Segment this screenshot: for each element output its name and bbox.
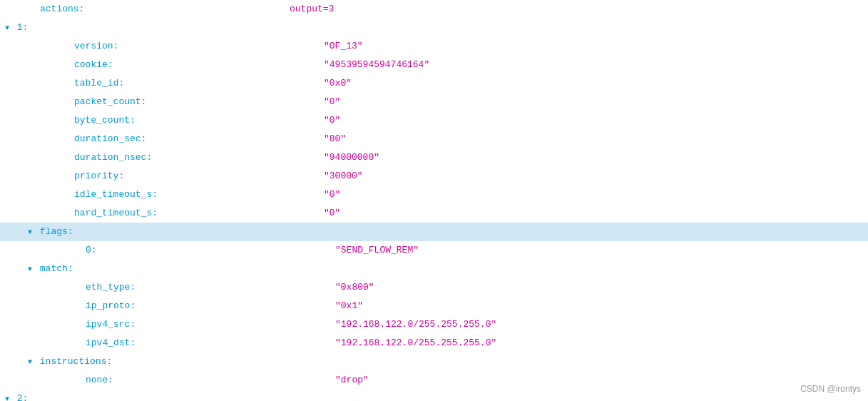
row-value: "80": [324, 131, 346, 147]
row-key: eth_type:: [86, 280, 328, 295]
tree-row: ▼ match:: [0, 260, 868, 278]
toggle-icon[interactable]: ▼: [26, 226, 34, 238]
row-value: "0": [324, 205, 340, 221]
tree-row: none:"drop": [0, 371, 868, 390]
row-key: ipv4_dst:: [86, 335, 328, 351]
row-key: duration_nsec:: [74, 150, 317, 166]
row-value: "94000000": [324, 150, 379, 166]
row-value: "OF_13": [324, 39, 363, 54]
tree-row: duration_sec:"80": [0, 130, 868, 148]
row-value: "0": [324, 187, 340, 203]
toggle-icon[interactable]: ▼: [3, 393, 11, 402]
tree-row: ip_proto:"0x1": [0, 297, 868, 315]
tree-row: ipv4_dst:"192.168.122.0/255.255.255.0": [0, 334, 868, 352]
row-key: table_id:: [74, 76, 317, 91]
tree-row: ipv4_src:"192.168.122.0/255.255.255.0": [0, 315, 868, 334]
tree-row: ▼ 1:: [0, 19, 868, 37]
row-value: "0": [324, 113, 340, 128]
row-value: "drop": [335, 372, 369, 388]
tree-row: priority:"30000": [0, 167, 868, 186]
tree-row: hard_timeout_s:"0": [0, 204, 868, 223]
tree-row: ▼ flags:: [0, 223, 868, 241]
row-value: "192.168.122.0/255.255.255.0": [335, 335, 496, 351]
toggle-icon[interactable]: ▼: [26, 263, 34, 275]
row-key: instructions:: [40, 354, 282, 370]
row-key: match:: [40, 261, 282, 277]
row-value: "0": [324, 94, 340, 110]
row-key: cookie:: [74, 57, 317, 73]
tree-row: 0:"SEND_FLOW_REM": [0, 241, 868, 260]
toggle-icon[interactable]: ▼: [3, 22, 11, 34]
tree-row: ▼ instructions:: [0, 352, 868, 371]
row-key: priority:: [74, 168, 317, 184]
tree-row: ▼ 2:: [0, 390, 868, 401]
tree-row: idle_timeout_s:"0": [0, 186, 868, 204]
toggle-icon[interactable]: ▼: [26, 356, 34, 368]
tree-container: actions:output=3▼ 1:version:"OF_13"cooki…: [0, 0, 868, 401]
row-key: ip_proto:: [86, 298, 328, 314]
tree-row: table_id:"0x0": [0, 74, 868, 93]
row-key: 0:: [86, 243, 328, 258]
row-value: "0x0": [324, 76, 352, 91]
tree-row: version:"OF_13": [0, 37, 868, 56]
tree-row: eth_type:"0x800": [0, 278, 868, 297]
row-key: 1:: [17, 20, 260, 36]
row-key: flags:: [40, 224, 282, 240]
row-value: "192.168.122.0/255.255.255.0": [335, 317, 496, 333]
row-key: actions:: [40, 1, 282, 17]
row-key: none:: [86, 372, 328, 388]
tree-row: byte_count:"0": [0, 111, 868, 130]
row-key: ipv4_src:: [86, 317, 328, 333]
watermark: CSDN @irontys: [800, 384, 861, 394]
row-key: hard_timeout_s:: [74, 205, 317, 221]
row-value: "0x800": [335, 280, 374, 295]
row-value: "49539594594746164": [324, 57, 429, 73]
row-value: output=3: [290, 1, 334, 17]
row-key: packet_count:: [74, 94, 317, 110]
tree-row: packet_count:"0": [0, 93, 868, 111]
tree-row: duration_nsec:"94000000": [0, 148, 868, 167]
row-key: byte_count:: [74, 113, 317, 128]
tree-row: cookie:"49539594594746164": [0, 56, 868, 74]
row-key: idle_timeout_s:: [74, 187, 317, 203]
row-value: "0x1": [335, 298, 363, 314]
tree-row: actions:output=3: [0, 0, 868, 19]
row-value: "SEND_FLOW_REM": [335, 243, 419, 258]
row-key: version:: [74, 39, 317, 54]
row-key: 2:: [17, 391, 260, 401]
row-value: "30000": [324, 168, 363, 184]
row-key: duration_sec:: [74, 131, 317, 147]
